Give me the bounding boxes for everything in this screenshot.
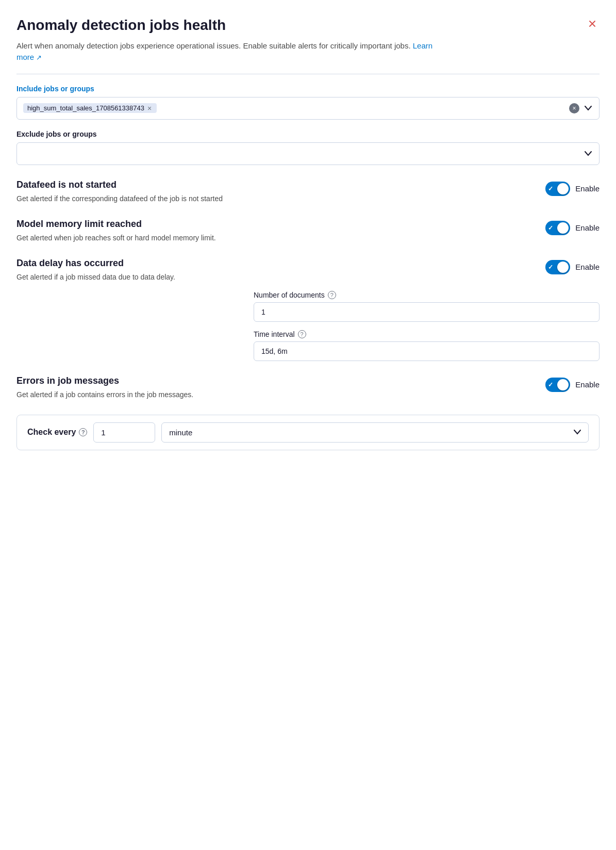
datafeed-toggle-wrapper: Enable — [545, 182, 600, 196]
chevron-down-icon — [585, 106, 592, 111]
close-button[interactable] — [585, 17, 600, 31]
clear-button[interactable]: × — [569, 103, 579, 113]
exclude-section: Exclude jobs or groups — [16, 130, 600, 165]
data-delay-top-row: Data delay has occurred Get alerted if a… — [16, 258, 600, 283]
tag-remove-button[interactable]: × — [146, 105, 153, 112]
check-every-input[interactable] — [93, 422, 155, 443]
header-divider — [16, 74, 600, 74]
page-title: Anomaly detection jobs health — [16, 17, 226, 34]
data-delay-alert-desc: Get alerted if a job missed data due to … — [16, 272, 254, 283]
datafeed-enable-label: Enable — [575, 184, 600, 193]
errors-toggle[interactable] — [545, 378, 570, 392]
model-memory-enable-label: Enable — [575, 223, 600, 232]
time-interval-group: Time interval ? — [254, 330, 600, 361]
data-delay-enable-label: Enable — [575, 263, 600, 271]
combobox-actions: × — [569, 103, 593, 113]
errors-alert-title: Errors in job messages — [16, 375, 254, 386]
num-docs-input[interactable] — [254, 302, 600, 322]
errors-enable-label: Enable — [575, 380, 600, 389]
model-memory-alert-section: Model memory limit reached Get alerted w… — [16, 219, 600, 243]
data-delay-sub-fields: Number of documents ? Time interval ? — [254, 291, 600, 361]
data-delay-alert-section: Data delay has occurred Get alerted if a… — [16, 258, 600, 361]
minute-select[interactable]: minute — [161, 422, 589, 443]
datafeed-alert-right: Enable — [545, 179, 600, 196]
include-tag: high_sum_total_sales_1708561338743 × — [23, 103, 157, 113]
exclude-combobox[interactable] — [16, 142, 600, 165]
include-section: Include jobs or groups high_sum_total_sa… — [16, 85, 600, 120]
errors-alert-right: Enable — [545, 375, 600, 392]
include-input[interactable] — [160, 104, 569, 112]
exclude-label: Exclude jobs or groups — [16, 130, 600, 138]
time-interval-label: Time interval ? — [254, 330, 600, 338]
errors-alert-section: Errors in job messages Get alerted if a … — [16, 375, 600, 400]
errors-alert-left: Errors in job messages Get alerted if a … — [16, 375, 254, 400]
data-delay-alert-left: Data delay has occurred Get alerted if a… — [16, 258, 254, 283]
include-combobox[interactable]: high_sum_total_sales_1708561338743 × × — [16, 97, 600, 120]
model-memory-toggle-wrapper: Enable — [545, 221, 600, 235]
time-interval-help-icon: ? — [298, 330, 306, 338]
dropdown-chevron-button[interactable] — [584, 105, 593, 112]
data-delay-toggle-wrapper: Enable — [545, 260, 600, 274]
errors-alert-desc: Get alerted if a job contains errors in … — [16, 389, 254, 400]
check-every-label: Check every ? — [27, 428, 87, 437]
chevron-down-icon — [585, 151, 592, 156]
errors-toggle-wrapper: Enable — [545, 378, 600, 392]
model-memory-toggle[interactable] — [545, 221, 570, 235]
include-label: Include jobs or groups — [16, 85, 600, 93]
model-memory-alert-left: Model memory limit reached Get alerted w… — [16, 219, 254, 243]
datafeed-alert-title: Datafeed is not started — [16, 179, 254, 190]
check-every-bar: Check every ? minute — [16, 415, 600, 450]
data-delay-toggle[interactable] — [545, 260, 570, 274]
model-memory-alert-title: Model memory limit reached — [16, 219, 254, 230]
minute-chevron-icon — [574, 430, 581, 435]
data-delay-alert-right: Enable — [545, 258, 600, 274]
datafeed-toggle[interactable] — [545, 182, 570, 196]
data-delay-alert-title: Data delay has occurred — [16, 258, 254, 269]
exclude-dropdown-chevron-button[interactable] — [584, 150, 593, 157]
datafeed-alert-desc: Get alerted if the corresponding datafee… — [16, 193, 254, 204]
num-docs-label: Number of documents ? — [254, 291, 600, 299]
close-icon — [587, 19, 597, 29]
check-every-help-icon: ? — [79, 428, 87, 436]
num-docs-group: Number of documents ? — [254, 291, 600, 322]
dialog-header: Anomaly detection jobs health — [16, 17, 600, 34]
subtitle-text: Alert when anomaly detection jobs experi… — [16, 40, 439, 63]
model-memory-alert-desc: Get alerted when job reaches soft or har… — [16, 233, 254, 243]
model-memory-alert-right: Enable — [545, 219, 600, 235]
num-docs-help-icon: ? — [328, 291, 336, 299]
datafeed-alert-left: Datafeed is not started Get alerted if t… — [16, 179, 254, 204]
datafeed-alert-section: Datafeed is not started Get alerted if t… — [16, 179, 600, 204]
time-interval-input[interactable] — [254, 341, 600, 361]
